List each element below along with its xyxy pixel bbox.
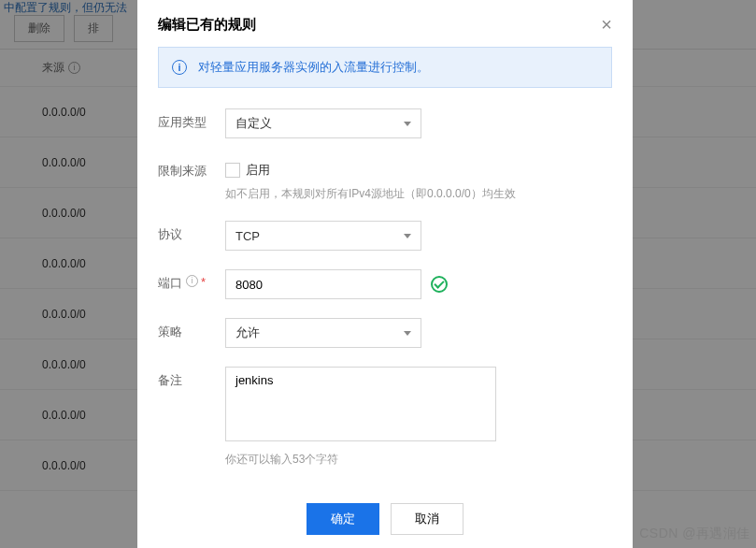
info-alert: i 对轻量应用服务器实例的入流量进行控制。 (158, 47, 612, 88)
cancel-button[interactable]: 取消 (391, 503, 464, 535)
row-app-type: 应用类型 自定义 (158, 108, 612, 138)
modal-header: 编辑已有的规则 × (137, 0, 633, 47)
enable-hint: 如不启用，本规则对所有IPv4源地址（即0.0.0.0/0）均生效 (225, 186, 612, 202)
check-ok-icon (431, 276, 448, 293)
info-icon: i (186, 275, 198, 287)
required-mark: * (201, 275, 206, 289)
label-protocol: 协议 (158, 221, 225, 251)
select-app-type-value: 自定义 (235, 115, 272, 132)
label-app-type: 应用类型 (158, 108, 225, 138)
label-remark: 备注 (158, 367, 225, 468)
select-policy[interactable]: 允许 (225, 318, 421, 348)
edit-rule-modal: 编辑已有的规则 × i 对轻量应用服务器实例的入流量进行控制。 应用类型 自定义… (137, 0, 633, 548)
port-input[interactable] (225, 269, 421, 299)
chevron-down-icon (404, 234, 411, 238)
alert-text: 对轻量应用服务器实例的入流量进行控制。 (198, 59, 429, 76)
select-policy-value: 允许 (235, 324, 260, 341)
select-protocol[interactable]: TCP (225, 221, 421, 251)
info-icon: i (172, 60, 187, 75)
modal-body: i 对轻量应用服务器实例的入流量进行控制。 应用类型 自定义 限制来源 启用 如… (137, 47, 633, 490)
modal-footer: 确定 取消 (137, 490, 633, 548)
chevron-down-icon (404, 331, 411, 336)
select-app-type[interactable]: 自定义 (225, 108, 421, 138)
checkbox-enable[interactable] (225, 163, 240, 178)
row-protocol: 协议 TCP (158, 221, 612, 251)
label-restrict-source: 限制来源 (158, 157, 225, 202)
remark-hint: 你还可以输入53个字符 (225, 452, 612, 468)
row-remark: 备注 你还可以输入53个字符 (158, 367, 612, 468)
remark-textarea[interactable] (225, 367, 496, 441)
close-icon[interactable]: × (601, 15, 612, 34)
row-port: 端口 i * (158, 269, 612, 299)
chevron-down-icon (404, 122, 411, 126)
label-policy: 策略 (158, 318, 225, 348)
checkbox-enable-label: 启用 (246, 162, 270, 179)
ok-button[interactable]: 确定 (307, 503, 379, 535)
select-protocol-value: TCP (235, 229, 260, 243)
modal-title: 编辑已有的规则 (158, 16, 256, 34)
row-restrict-source: 限制来源 启用 如不启用，本规则对所有IPv4源地址（即0.0.0.0/0）均生… (158, 157, 612, 202)
row-policy: 策略 允许 (158, 318, 612, 348)
label-port: 端口 i * (158, 269, 225, 299)
